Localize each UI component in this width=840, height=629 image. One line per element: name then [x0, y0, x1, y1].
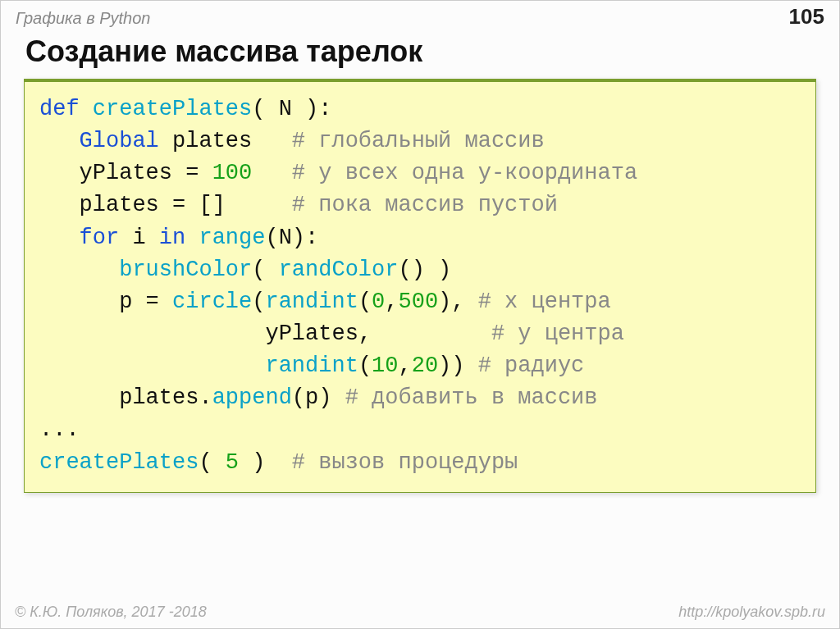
code-line: yPlates, # y центра: [39, 321, 624, 346]
code-line: createPlates( 5 ) # вызов процедуры: [39, 450, 518, 475]
page-number: 105: [789, 4, 824, 30]
code-block: def createPlates( N ): Global plates # г…: [24, 79, 816, 493]
code-line: yPlates = 100 # у всех одна y-координата: [39, 161, 637, 185]
code-line: Global plates # глобальный массив: [39, 129, 545, 153]
code-line: plates = [] # пока массив пустой: [39, 193, 558, 217]
code-line: ...: [39, 417, 80, 442]
slide-title: Создание массива тарелок: [25, 34, 839, 69]
source-url: http://kpolyakov.spb.ru: [678, 604, 825, 621]
code-line: randint(10,20)) # радиус: [39, 353, 584, 378]
code-line: plates.append(p) # добавить в массив: [39, 385, 598, 410]
code-line: p = circle(randint(0,500), # x центра: [39, 289, 611, 314]
code-line: for i in range(N):: [39, 226, 318, 250]
slide-footer: © К.Ю. Поляков, 2017 -2018 http://kpolya…: [15, 604, 825, 621]
section-title: Графика в Python: [16, 9, 150, 28]
code-line: def createPlates( N ):: [39, 97, 331, 121]
slide-header: Графика в Python 105: [1, 1, 839, 30]
code-line: brushColor( randColor() ): [39, 258, 451, 282]
copyright: © К.Ю. Поляков, 2017 -2018: [15, 604, 207, 621]
